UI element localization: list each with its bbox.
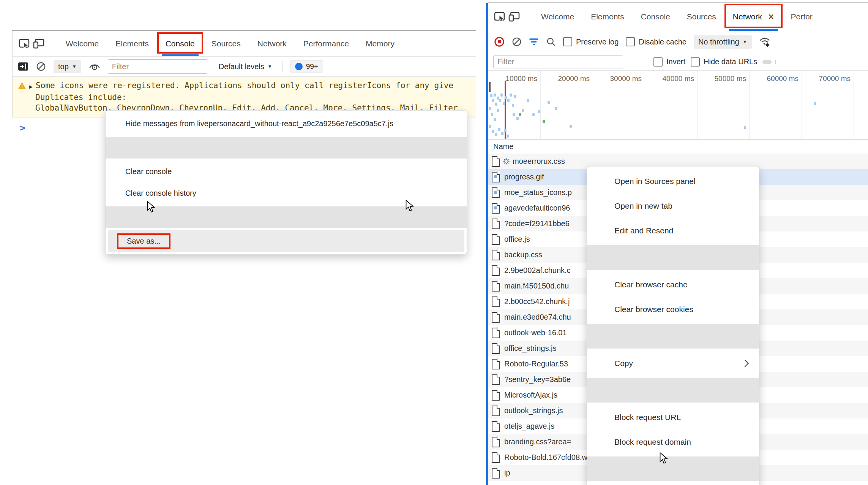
file-name: office.js [504, 235, 530, 244]
hide-data-urls-toggle[interactable]: Hide data URLs [691, 57, 757, 67]
menu-item[interactable]: Sort By [587, 483, 759, 485]
menu-item[interactable]: Clear browser cache [587, 272, 759, 297]
tab[interactable]: Console [635, 3, 676, 31]
request-type-filter[interactable] [789, 60, 798, 64]
invert-checkbox[interactable] [653, 57, 663, 67]
left-tabs: Welcome Elements Console Sources Network… [57, 31, 403, 56]
file-name: moeerrorux.css [513, 157, 565, 166]
tab[interactable]: Welcome [535, 3, 580, 31]
clear-console-icon[interactable] [36, 62, 46, 71]
tab[interactable]: Console [160, 31, 200, 56]
console-context-menu: Hide messages from livepersonacard_witho… [105, 110, 467, 255]
menu-item-label: Block request URL [614, 413, 681, 422]
tab[interactable]: Welcome [60, 31, 104, 56]
waterfall-dot [507, 99, 510, 102]
waterfall-dot [548, 101, 550, 104]
tab-label: Sources [211, 39, 241, 48]
menu-item[interactable] [106, 137, 467, 158]
file-icon [492, 452, 500, 463]
filter-funnel-icon[interactable] [529, 38, 539, 46]
tab[interactable]: Perfor [785, 3, 818, 31]
menu-item[interactable] [587, 324, 759, 349]
tab[interactable]: Sources [681, 3, 722, 31]
right-tab-bar: Welcome Elements Console Sources Network… [488, 2, 868, 31]
tab-label: Welcome [66, 39, 99, 48]
tab[interactable]: Elements [110, 31, 155, 56]
throttling-dropdown[interactable]: No throttling [694, 35, 752, 49]
hide-data-urls-checkbox[interactable] [691, 57, 700, 67]
menu-item[interactable] [587, 245, 759, 270]
menu-item-label: Block request domain [614, 437, 691, 447]
file-name: MicrosoftAjax.js [504, 391, 557, 399]
timeline-tick: 40000 ms [697, 71, 698, 139]
waterfall-dot [538, 110, 540, 113]
menu-item[interactable] [587, 456, 759, 481]
file-name: main.e3ed0e74.chu [504, 313, 571, 322]
menu-item[interactable]: Copy [587, 351, 759, 376]
tab[interactable]: Elements [585, 3, 630, 31]
network-filter-bar: Invert Hide data URLs [488, 53, 868, 71]
tab[interactable]: Sources [206, 31, 246, 56]
timeline-grip[interactable] [489, 82, 491, 92]
tab[interactable]: Performance [298, 31, 355, 56]
device-toolbar-icon[interactable] [33, 39, 44, 49]
issues-counter[interactable]: 99+ [290, 60, 323, 73]
tick-label: 40000 ms [663, 74, 694, 83]
live-expression-eye-icon[interactable] [89, 62, 100, 71]
menu-item[interactable]: Block request domain [587, 430, 759, 454]
network-conditions-icon[interactable] [759, 36, 770, 47]
inspect-icon[interactable] [494, 12, 505, 22]
context-dropdown[interactable]: top [54, 60, 81, 73]
expand-triangle-icon[interactable] [29, 81, 33, 92]
menu-item[interactable]: Open in Sources panel [587, 169, 759, 193]
preserve-log-checkbox[interactable] [563, 37, 572, 46]
disable-cache-checkbox[interactable] [626, 37, 635, 46]
network-filter-input[interactable] [493, 55, 623, 68]
file-icon [492, 328, 500, 338]
invert-toggle[interactable]: Invert [653, 57, 685, 67]
menu-item-label: Clear browser cookies [614, 305, 693, 314]
console-sidebar-icon[interactable] [18, 62, 28, 71]
waterfall-dot [507, 135, 509, 138]
search-icon[interactable] [546, 37, 556, 47]
menu-item[interactable]: Open in new tab [587, 193, 759, 218]
menu-item[interactable]: Hide messages from livepersonacard_witho… [106, 113, 467, 135]
menu-item-label: Edit and Resend [614, 226, 673, 235]
record-network-log-icon[interactable] [494, 36, 505, 47]
context-dropdown-label: top [58, 62, 69, 71]
log-levels-dropdown[interactable]: Default levels [219, 62, 272, 71]
clear-network-log-icon[interactable] [512, 37, 522, 47]
disable-cache-label: Disable cache [639, 38, 687, 46]
file-icon [492, 421, 500, 432]
file-icon [492, 312, 500, 323]
disable-cache-toggle[interactable]: Disable cache [626, 37, 687, 46]
tab[interactable]: Network [252, 31, 292, 56]
name-column-header[interactable]: Name [488, 139, 868, 154]
menu-item-label: Open in Sources panel [614, 177, 696, 186]
file-name: backup.css [504, 250, 542, 259]
console-filter-input[interactable] [108, 59, 207, 74]
request-type-filter[interactable] [800, 60, 809, 64]
file-icon [492, 219, 500, 229]
device-toolbar-icon[interactable] [508, 12, 520, 22]
menu-item[interactable] [587, 378, 759, 403]
tab[interactable]: Network [727, 3, 780, 31]
menu-item-label: Clear console [125, 167, 172, 176]
inspect-icon[interactable] [19, 39, 30, 49]
file-name: ?code=f29141bbe6 [504, 219, 570, 228]
waterfall-dot [499, 99, 501, 102]
preserve-log-toggle[interactable]: Preserve log [563, 37, 619, 46]
menu-item[interactable]: Clear console [106, 161, 467, 182]
request-type-filter[interactable] [762, 60, 772, 64]
waterfall-dot [500, 94, 503, 97]
menu-item[interactable]: Save as... [108, 230, 464, 252]
waterfall-dot [744, 126, 746, 129]
close-icon[interactable] [768, 12, 774, 22]
timeline-tick: 60000 ms [802, 71, 802, 139]
menu-item[interactable]: Block request URL [587, 405, 759, 430]
menu-item[interactable]: Edit and Resend [587, 218, 759, 243]
menu-item[interactable]: Clear browser cookies [587, 297, 759, 322]
network-overview-timeline[interactable]: 10000 ms 20000 ms 30000 ms 40000 ms 5000… [488, 71, 868, 139]
tab[interactable]: Memory [360, 31, 400, 56]
request-type-filter[interactable] [775, 60, 786, 64]
